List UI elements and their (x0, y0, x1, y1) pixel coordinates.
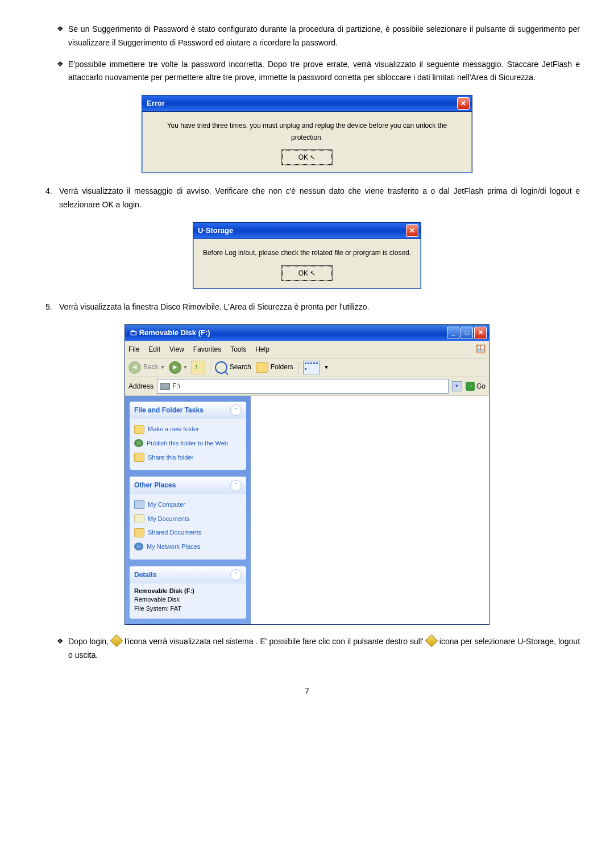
cursor-icon: ↖ (310, 268, 316, 279)
folders-button[interactable]: Folders (256, 361, 293, 373)
menu-file[interactable]: File (128, 344, 139, 355)
forward-button[interactable]: ► ▾ (169, 361, 187, 374)
up-folder-icon[interactable] (192, 361, 205, 374)
error-dialog: Error ✕ You have tried three times, you … (142, 95, 472, 173)
step-number-4: 4. (45, 185, 59, 212)
task-share-folder[interactable]: Share this folder (134, 450, 242, 465)
back-button[interactable]: ◄ Back ▾ (128, 361, 164, 374)
bullet-marker: ❖ (57, 58, 68, 85)
after-login-text: Dopo login, l'icona verrà visualizzata n… (68, 635, 580, 662)
task-publish-folder[interactable]: Publish this folder to the Web (134, 436, 242, 450)
address-value: F:\ (172, 381, 180, 392)
collapse-icon[interactable]: ˆ (230, 404, 242, 416)
details-disk-name: Removable Disk (F:) (134, 587, 242, 595)
explorer-title: Removable Disk (F:) (139, 328, 210, 337)
search-button[interactable]: Search (215, 361, 251, 374)
folders-icon (256, 362, 268, 373)
place-network-places[interactable]: My Network Places (134, 540, 242, 554)
ustorage-message: Before Log in/out, please check the rela… (202, 247, 412, 258)
error-message: You have tried three times, you must unp… (151, 120, 463, 143)
ok-button[interactable]: OK ↖ (282, 266, 333, 281)
panel1-title: File and Folder Tasks (134, 404, 204, 416)
my-computer-icon (134, 500, 144, 509)
go-button[interactable]: → Go (466, 381, 486, 392)
ustorage-dialog: U-Storage ✕ Before Log in/out, please ch… (193, 222, 421, 289)
menu-edit[interactable]: Edit (148, 344, 160, 355)
tray-diamond-icon (425, 635, 438, 648)
address-label: Address (128, 381, 154, 392)
place-my-documents[interactable]: My Documents (134, 512, 242, 526)
bullet-text-2: E'possibile immettere tre volte la passw… (68, 58, 580, 85)
shared-documents-icon (134, 528, 144, 537)
my-documents-icon (134, 514, 144, 523)
panel3-title: Details (134, 569, 156, 581)
task-make-new-folder[interactable]: Make a new folder (134, 422, 242, 436)
collapse-icon[interactable]: ˆ (230, 569, 242, 581)
views-icon[interactable] (303, 361, 320, 374)
step-number-5: 5. (45, 301, 59, 314)
forward-icon: ► (169, 361, 181, 374)
page-number: 7 (34, 685, 580, 698)
search-icon (215, 361, 227, 374)
place-shared-documents[interactable]: Shared Documents (134, 525, 242, 540)
network-places-icon (134, 542, 143, 550)
explorer-window: 🗀 Removable Disk (F:) _ □ ✕ File Edit Vi… (125, 324, 489, 625)
ustorage-title: U-Storage (198, 224, 233, 237)
close-icon[interactable]: ✕ (457, 97, 470, 110)
close-icon[interactable]: ✕ (474, 327, 487, 339)
cursor-icon: ↖ (310, 152, 316, 163)
ok-button[interactable]: OK ↖ (282, 150, 333, 165)
minimize-icon[interactable]: _ (447, 327, 459, 339)
new-folder-icon (134, 425, 144, 434)
address-dropdown-icon[interactable]: ▾ (452, 381, 462, 391)
bullet-text-1: Se un Suggerimento di Password è stato c… (68, 23, 580, 50)
error-dialog-title: Error (147, 97, 165, 110)
panel2-title: Other Places (134, 479, 176, 491)
menu-tools[interactable]: Tools (230, 344, 246, 355)
menu-help[interactable]: Help (255, 344, 269, 355)
menu-view[interactable]: View (169, 344, 184, 355)
explorer-content-pane[interactable] (251, 396, 489, 624)
maximize-icon[interactable]: □ (460, 327, 473, 339)
menu-favorites[interactable]: Favorites (193, 344, 221, 355)
bullet-marker: ❖ (57, 635, 68, 662)
share-icon (134, 453, 144, 462)
details-disk-type: Removable Disk (134, 595, 242, 604)
bullet-marker: ❖ (57, 23, 68, 50)
tray-diamond-icon (110, 635, 123, 648)
address-field[interactable]: F:\ (157, 379, 449, 394)
windows-flag-icon: 🪟 (476, 343, 486, 356)
close-icon[interactable]: ✕ (406, 224, 418, 237)
drive-icon (160, 383, 170, 390)
step-text-4: Verrà visualizzato il messaggio di avvis… (59, 185, 580, 212)
collapse-icon[interactable]: ˆ (230, 480, 242, 491)
go-arrow-icon: → (466, 382, 475, 391)
back-icon: ◄ (128, 361, 141, 374)
step-text-5: Verrà visualizzata la finestra Disco Rim… (59, 301, 580, 314)
place-my-computer[interactable]: My Computer (134, 498, 242, 512)
details-filesystem: File System: FAT (134, 604, 242, 613)
publish-icon (134, 439, 143, 447)
